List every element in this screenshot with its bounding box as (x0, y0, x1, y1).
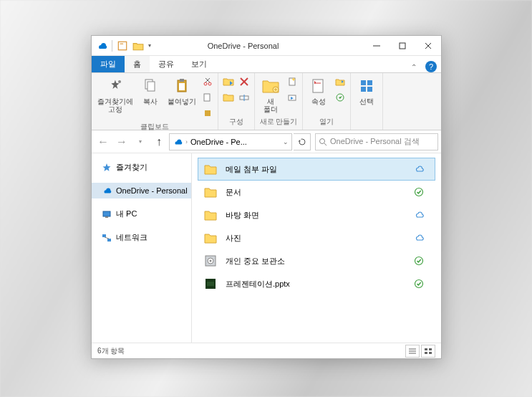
sidebar-network[interactable]: 네트워크 (92, 229, 191, 246)
minimize-button[interactable] (364, 36, 390, 56)
maximize-button[interactable] (390, 36, 415, 56)
ribbon: 즐겨찾기에 고정 복사 붙여넣기 클립보드 (92, 73, 441, 130)
svg-point-34 (320, 138, 325, 143)
rename-icon[interactable] (237, 90, 251, 105)
svg-rect-54 (425, 352, 427, 354)
svg-rect-33 (367, 87, 372, 92)
easy-access-icon[interactable] (285, 90, 299, 105)
svg-rect-30 (361, 80, 366, 85)
onedrive-icon (102, 186, 112, 196)
svg-point-13 (208, 82, 211, 85)
ribbon-tabs: 파일 홈 공유 보기 ⌃ ? (92, 56, 441, 73)
file-list: 메일 첨부 파일문서바탕 화면사진개인 중요 보관소프레젠테이션.pptx (192, 153, 441, 343)
folder-icon (203, 161, 218, 177)
folder-icon (203, 184, 218, 200)
item-name: 바탕 화면 (226, 210, 406, 221)
svg-rect-47 (207, 282, 214, 286)
search-placeholder: OneDrive - Personal 검색 (330, 136, 420, 147)
vault-icon (203, 253, 218, 269)
star-icon (102, 163, 112, 173)
refresh-button[interactable] (294, 133, 311, 150)
sync-status-icon (413, 232, 425, 244)
nav-up-button[interactable]: ↑ (150, 133, 168, 150)
close-button[interactable] (415, 36, 441, 56)
search-icon (319, 138, 327, 146)
breadcrumb[interactable]: OneDrive - Pe... (190, 138, 247, 146)
sidebar-quick-access[interactable]: 즐겨찾기 (92, 159, 191, 176)
list-item[interactable]: 메일 첨부 파일 (198, 158, 435, 181)
svg-rect-52 (425, 348, 427, 350)
select-button[interactable]: 선택 (354, 75, 379, 107)
tab-share[interactable]: 공유 (150, 56, 183, 72)
list-item[interactable]: 개인 중요 보관소 (198, 249, 435, 272)
list-item[interactable]: 사진 (198, 226, 435, 249)
qat-newfolder-icon[interactable] (132, 40, 144, 52)
svg-point-12 (204, 82, 207, 85)
paste-shortcut-icon[interactable] (200, 106, 215, 120)
nav-recent-dropdown[interactable]: ▾ (132, 133, 149, 150)
open-icon[interactable] (333, 75, 347, 89)
new-group-label: 새로 만들기 (260, 115, 298, 128)
collapse-ribbon-icon[interactable]: ⌃ (407, 62, 421, 72)
item-count: 6개 항목 (97, 346, 125, 356)
tab-file[interactable]: 파일 (92, 56, 125, 72)
qat-divider (112, 40, 112, 52)
view-icons-button[interactable] (421, 345, 435, 358)
svg-rect-8 (147, 82, 155, 91)
sync-status-icon (413, 186, 425, 198)
svg-point-44 (210, 260, 212, 262)
onedrive-icon (173, 137, 183, 147)
copy-path-icon[interactable] (200, 90, 215, 105)
move-to-icon[interactable] (221, 75, 236, 89)
organize-group-label: 구성 (229, 115, 243, 128)
new-folder-button[interactable]: 새 폴더 (258, 75, 284, 115)
view-details-button[interactable] (405, 345, 420, 358)
svg-rect-11 (179, 83, 185, 90)
list-item[interactable]: 프레젠테이션.pptx (198, 272, 435, 295)
nav-back-button[interactable]: ← (95, 133, 112, 150)
paste-button[interactable]: 붙여넣기 (165, 75, 199, 107)
pc-icon (102, 209, 112, 219)
svg-rect-16 (204, 94, 210, 101)
sidebar-onedrive[interactable]: OneDrive - Personal (92, 183, 191, 198)
address-bar[interactable]: › OneDrive - Pe... ⌄ (169, 133, 292, 150)
search-box[interactable]: OneDrive - Personal 검색 (315, 133, 438, 150)
list-item[interactable]: 바탕 화면 (198, 204, 435, 226)
network-icon (102, 233, 112, 243)
svg-rect-32 (361, 87, 366, 92)
svg-rect-36 (103, 211, 110, 216)
tab-view[interactable]: 보기 (183, 56, 216, 72)
copy-button[interactable]: 복사 (137, 75, 163, 107)
svg-rect-38 (102, 234, 106, 237)
edit-icon[interactable] (333, 90, 347, 105)
svg-rect-53 (429, 348, 432, 350)
svg-rect-10 (180, 79, 184, 82)
new-item-icon[interactable] (285, 75, 299, 89)
delete-icon[interactable] (237, 75, 251, 89)
svg-rect-3 (400, 43, 405, 49)
qat-properties-icon[interactable] (117, 40, 128, 52)
copy-to-icon[interactable] (221, 90, 236, 105)
sync-status-icon (413, 163, 425, 175)
properties-button[interactable]: 속성 (306, 75, 332, 107)
sidebar-this-pc[interactable]: 내 PC (92, 206, 191, 222)
help-button[interactable]: ? (425, 61, 437, 72)
item-name: 문서 (226, 187, 406, 198)
window-title: OneDrive - Personal (151, 42, 364, 50)
list-item[interactable]: 문서 (198, 181, 435, 204)
nav-forward-button[interactable]: → (113, 133, 130, 150)
tab-home[interactable]: 홈 (125, 56, 150, 72)
svg-rect-55 (429, 352, 432, 354)
chevron-right-icon[interactable]: › (185, 138, 188, 145)
address-dropdown-icon[interactable]: ⌄ (283, 138, 289, 145)
sync-status-icon (413, 255, 425, 267)
folder-icon (203, 207, 218, 223)
pin-to-quick-access-button[interactable]: 즐겨찾기에 고정 (95, 75, 136, 115)
sync-status-icon (413, 209, 425, 221)
svg-point-6 (118, 80, 121, 83)
open-group-label: 열기 (319, 115, 334, 128)
svg-rect-0 (118, 42, 126, 49)
item-name: 메일 첨부 파일 (226, 164, 406, 175)
cut-icon[interactable] (200, 75, 215, 89)
svg-rect-1 (120, 43, 124, 44)
